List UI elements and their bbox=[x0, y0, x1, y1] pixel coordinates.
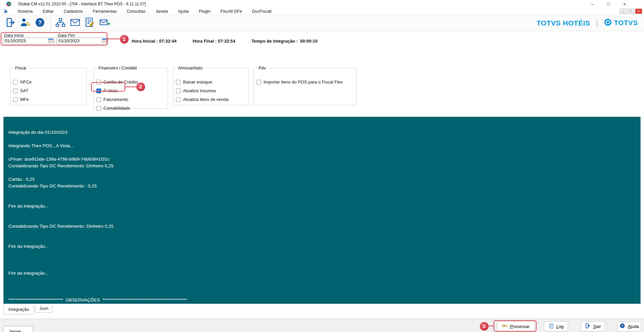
check-icon: ✔ bbox=[97, 89, 100, 93]
sitemap-icon bbox=[55, 17, 66, 29]
data-inicio-calendar-button[interactable] bbox=[48, 38, 54, 44]
svg-text:?: ? bbox=[622, 324, 624, 328]
menu-item-cadastros[interactable]: Cadastros bbox=[59, 9, 88, 14]
hora-inicial-text: Hora Inicial : 07:32:44 bbox=[132, 39, 177, 44]
mfe-checkbox[interactable]: ✔ bbox=[13, 97, 18, 102]
importar-itens-pos-label: Importar Itens do POS para o Fiscal Flex bbox=[264, 79, 343, 85]
data-fim-input[interactable] bbox=[56, 38, 108, 44]
a-vista-label: À Vista bbox=[103, 88, 117, 93]
brand-divider: | bbox=[596, 19, 598, 27]
checkbox-row-baixar-estoque[interactable]: ✔ Baixar estoque bbox=[176, 79, 246, 85]
data-inicio-input[interactable] bbox=[3, 38, 54, 44]
checkbox-row-a-vista[interactable]: ✔ À Vista bbox=[96, 88, 166, 94]
mdi-minimize-button[interactable]: – bbox=[620, 9, 627, 14]
menu-item-fiscall-dfe[interactable]: FiscAll DFe bbox=[216, 9, 247, 14]
svg-text:?: ? bbox=[38, 19, 42, 26]
sitemap-button[interactable] bbox=[53, 16, 67, 30]
faturamento-label: Faturamento bbox=[103, 97, 128, 102]
taskbar-start-button[interactable]: Iniciar bbox=[3, 326, 33, 332]
checkbox-row-cartao-credito[interactable]: ✔ Cartão de Crédito bbox=[96, 79, 166, 85]
checkbox-row-faturamento[interactable]: ✔ Faturamento bbox=[96, 97, 166, 102]
ajuda-label: Ajuda bbox=[628, 324, 639, 329]
totvs-logo: TOTVS bbox=[604, 18, 638, 28]
menu-item-janela[interactable]: Janela bbox=[150, 9, 173, 14]
window-title: Global CM v12.01.2310.00 - [704 - Interf… bbox=[18, 2, 146, 6]
toolbar-separator bbox=[50, 17, 51, 29]
contabilidade-label: Contabilidade bbox=[103, 106, 130, 111]
atualiza-itens-venda-checkbox[interactable]: ✔ bbox=[176, 97, 181, 102]
calendar-icon bbox=[48, 38, 53, 44]
menu-item-sistema[interactable]: Sistema bbox=[12, 9, 38, 14]
help-icon: ? bbox=[35, 17, 45, 29]
user-key-icon bbox=[20, 17, 31, 29]
annotation-badge-1: 1 bbox=[120, 35, 129, 44]
data-fim-field bbox=[56, 38, 108, 44]
users-button[interactable] bbox=[18, 16, 32, 30]
contabilidade-checkbox[interactable]: ✔ bbox=[96, 106, 101, 111]
annotation-line-1 bbox=[107, 39, 120, 39]
log-button[interactable]: Log bbox=[544, 321, 568, 331]
baixar-estoque-label: Baixar estoque bbox=[183, 79, 212, 85]
sair-button[interactable]: Sair bbox=[581, 321, 605, 331]
processar-button[interactable]: Processar bbox=[497, 321, 535, 331]
a-vista-checkbox[interactable]: ✔ bbox=[96, 89, 101, 93]
nfce-checkbox[interactable]: ✔ bbox=[13, 80, 18, 85]
checkbox-row-atualiza-insumos[interactable]: ✔ Atualiza Insumos bbox=[176, 88, 246, 94]
checkbox-row-mfe[interactable]: ✔ MFe bbox=[13, 97, 84, 102]
importar-itens-pos-checkbox[interactable]: ✔ bbox=[257, 80, 261, 85]
checkbox-row-importar-itens-pos[interactable]: ✔ Importar Itens do POS para o Fiscal Fl… bbox=[257, 79, 354, 85]
toolbar: ? TOTVS HOTÉIS | TOTVS bbox=[0, 15, 644, 31]
tab-integracao[interactable]: Integração bbox=[3, 305, 34, 315]
atualiza-itens-venda-label: Atualiza Itens de venda bbox=[183, 97, 228, 102]
menu-item-consultas[interactable]: Consultas bbox=[122, 9, 151, 14]
calendar-icon bbox=[102, 38, 107, 44]
data-inicio-label: Data Inicio bbox=[4, 33, 24, 38]
brand-area: TOTVS HOTÉIS | TOTVS bbox=[537, 15, 638, 31]
form-edit-button[interactable] bbox=[83, 16, 97, 30]
hora-final-text: Hora Final : 07:32:54 bbox=[193, 39, 235, 44]
sair-label: Sair bbox=[593, 324, 601, 329]
log-page-icon bbox=[549, 323, 554, 330]
mdi-close-button[interactable]: × bbox=[635, 9, 642, 14]
integration-times: Hora Inicial : 07:32:44 Hora Final : 07:… bbox=[132, 39, 318, 44]
tab-json[interactable]: Json bbox=[35, 305, 52, 313]
menu-item-ferramentas[interactable]: Ferramentas bbox=[88, 9, 122, 14]
help-button[interactable]: ? bbox=[33, 16, 47, 30]
titlebar: Global CM v12.01.2310.00 - [704 - Interf… bbox=[0, 0, 644, 8]
checkbox-row-nfce[interactable]: ✔ NFCe bbox=[13, 79, 84, 85]
window-close-button[interactable]: × bbox=[616, 0, 633, 8]
totvs-logo-text: TOTVS bbox=[614, 19, 638, 27]
footer-bar: Processar Log Sair ? Ajuda bbox=[0, 319, 644, 332]
menu-item-plugin[interactable]: Plugin bbox=[194, 9, 216, 14]
form-edit-icon bbox=[85, 17, 95, 29]
cartao-credito-checkbox[interactable]: ✔ bbox=[96, 80, 101, 85]
checkbox-row-atualiza-itens-venda[interactable]: ✔ Atualiza Itens de venda bbox=[176, 97, 246, 102]
window-maximize-button[interactable]: □ bbox=[600, 0, 616, 8]
exit-door-icon bbox=[5, 17, 16, 29]
menu-item-docfiscall[interactable]: DocFiscall bbox=[247, 9, 277, 14]
group-pdv: Pdv ✔ Importar Itens do POS para o Fisca… bbox=[254, 66, 357, 105]
window-minimize-button[interactable]: – bbox=[584, 0, 600, 8]
log-label: Log bbox=[556, 324, 564, 329]
send-mail-button[interactable] bbox=[98, 16, 112, 30]
checkbox-row-sat[interactable]: ✔ SAT bbox=[13, 88, 84, 94]
exit-button[interactable] bbox=[3, 16, 17, 30]
exit-door-icon bbox=[585, 323, 591, 330]
mdi-restore-button[interactable]: □ bbox=[628, 9, 634, 14]
processar-label: Processar bbox=[510, 324, 530, 329]
group-financeiro-title: Financeiro / Contábil bbox=[97, 66, 138, 70]
checkbox-row-contabilidade[interactable]: ✔ Contabilidade bbox=[96, 105, 166, 111]
menubar: Sistema Editar Cadastros Ferramentas Con… bbox=[0, 8, 644, 15]
atualiza-insumos-checkbox[interactable]: ✔ bbox=[176, 89, 181, 93]
ajuda-button[interactable]: ? Ajuda bbox=[617, 321, 641, 331]
data-fim-calendar-button[interactable] bbox=[101, 38, 107, 44]
app-globe-icon bbox=[6, 1, 11, 7]
group-almoxarifado: Almoxarifado ✔ Baixar estoque ✔ Atualiza… bbox=[173, 66, 248, 105]
faturamento-checkbox[interactable]: ✔ bbox=[96, 97, 101, 102]
sat-checkbox[interactable]: ✔ bbox=[13, 89, 18, 93]
menu-item-editar[interactable]: Editar bbox=[38, 9, 59, 14]
integration-log[interactable]: Integração do dia 01/10/2023 Integrando … bbox=[3, 117, 641, 304]
mail-button[interactable] bbox=[68, 16, 82, 30]
baixar-estoque-checkbox[interactable]: ✔ bbox=[176, 80, 181, 85]
menu-item-ajuda[interactable]: Ajuda bbox=[173, 9, 194, 14]
